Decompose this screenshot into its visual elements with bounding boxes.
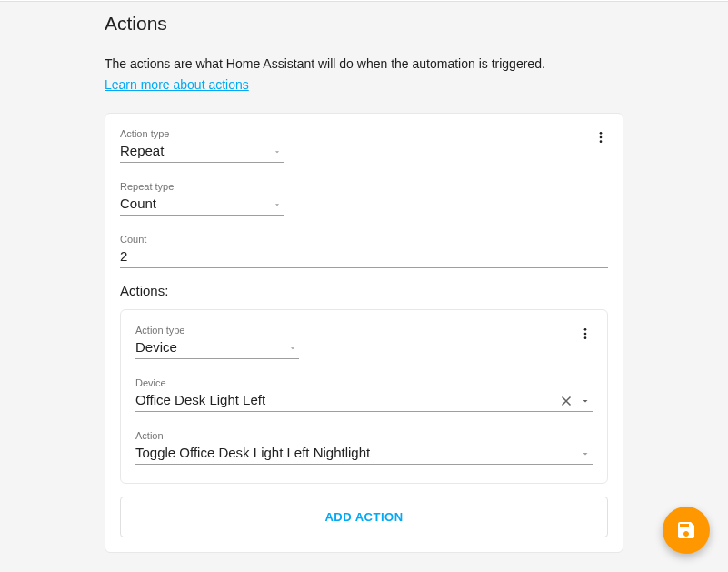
- section-title: Actions: [105, 13, 623, 35]
- svg-point-4: [584, 333, 587, 336]
- action-type-label: Action type: [120, 128, 284, 139]
- nested-action-type-select[interactable]: Device: [135, 337, 299, 359]
- svg-point-1: [600, 136, 603, 139]
- top-border: [0, 0, 728, 2]
- action-type-select[interactable]: Repeat: [120, 141, 284, 163]
- action-type-field: Action type Repeat: [120, 128, 284, 163]
- device-combobox[interactable]: [135, 390, 593, 412]
- action-label: Action: [135, 430, 593, 441]
- device-input[interactable]: [135, 390, 593, 412]
- chevron-down-icon: [580, 396, 591, 406]
- learn-more-link[interactable]: Learn more about actions: [105, 77, 249, 92]
- device-label: Device: [135, 377, 593, 388]
- action-type-value: Repeat: [120, 141, 284, 163]
- save-icon: [675, 519, 697, 541]
- action-card-repeat: Action type Repeat Repeat type Count Cou…: [105, 113, 623, 553]
- svg-point-2: [600, 140, 603, 143]
- overflow-menu-button[interactable]: [574, 323, 596, 345]
- count-input[interactable]: [120, 246, 608, 268]
- repeat-type-select[interactable]: Count: [120, 194, 284, 216]
- count-label: Count: [120, 234, 608, 245]
- action-input[interactable]: [135, 443, 593, 465]
- repeat-type-field: Repeat type Count: [120, 181, 284, 216]
- nested-actions-heading: Actions:: [120, 283, 608, 298]
- repeat-type-label: Repeat type: [120, 181, 284, 192]
- svg-point-0: [600, 132, 603, 135]
- action-field: Action: [135, 430, 593, 465]
- device-field: Device: [135, 377, 593, 412]
- nested-action-type-value: Device: [135, 337, 299, 359]
- dots-vertical-icon: [593, 130, 608, 145]
- section-description: The actions are what Home Assistant will…: [105, 56, 623, 71]
- dots-vertical-icon: [578, 326, 593, 341]
- svg-point-3: [584, 328, 587, 331]
- save-fab[interactable]: [663, 507, 710, 554]
- action-combobox[interactable]: [135, 443, 593, 465]
- svg-point-5: [584, 336, 587, 339]
- count-field: Count: [120, 234, 608, 268]
- add-action-button[interactable]: Add Action: [120, 497, 608, 537]
- nested-action-type-label: Action type: [135, 325, 299, 336]
- chevron-down-icon: [580, 448, 591, 459]
- nested-action-card-device: Action type Device Device: [120, 309, 608, 484]
- clear-icon[interactable]: [558, 393, 574, 409]
- nested-action-type-field: Action type Device: [135, 325, 299, 359]
- overflow-menu-button[interactable]: [590, 126, 612, 148]
- repeat-type-value: Count: [120, 194, 284, 216]
- actions-section: Actions The actions are what Home Assist…: [0, 13, 728, 572]
